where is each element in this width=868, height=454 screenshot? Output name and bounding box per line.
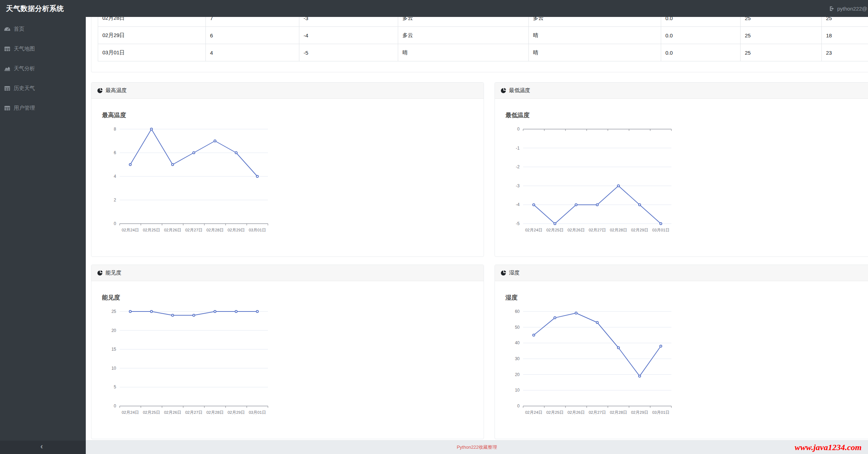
- table-icon: [4, 105, 11, 111]
- tachometer-icon: [4, 26, 11, 32]
- chart-pie-icon: [97, 270, 103, 276]
- sidebar-item-label: 历史天气: [14, 85, 35, 92]
- table-cell: 晴: [398, 44, 529, 61]
- table-cell: 23: [822, 44, 868, 61]
- footer-credit-link[interactable]: Python222收藏整理: [457, 444, 497, 450]
- weather-table-card: 02月28日7-3多云多云0.0252502月29日6-4多云晴0.025180…: [91, 9, 868, 72]
- sidebar-item-history-weather[interactable]: 历史天气: [0, 78, 86, 98]
- svg-text:03月01日: 03月01日: [249, 410, 266, 414]
- svg-text:02月24日: 02月24日: [122, 228, 139, 232]
- chart-pie-icon: [501, 270, 506, 276]
- table-cell: -5: [299, 44, 398, 61]
- panel-header: 最低温度: [495, 83, 868, 99]
- svg-text:02月26日: 02月26日: [568, 410, 585, 414]
- panel-body: 0-1-2-3-4-502月24日02月25日02月26日02月27日02月28…: [495, 99, 868, 256]
- page-footer: Python222收藏整理: [86, 440, 868, 454]
- svg-text:02月24日: 02月24日: [122, 410, 139, 414]
- app-title: 天气数据分析系统: [0, 4, 64, 13]
- svg-text:15: 15: [112, 347, 116, 352]
- table-cell: -4: [299, 27, 398, 44]
- panel-title: 湿度: [509, 270, 520, 276]
- table-cell: 02月29日: [98, 27, 206, 44]
- svg-text:10: 10: [112, 366, 116, 371]
- line-chart-min-temperature: 0-1-2-3-4-502月24日02月25日02月26日02月27日02月28…: [502, 106, 700, 247]
- table-cell: 晴: [529, 27, 661, 44]
- weather-table: 02月28日7-3多云多云0.0252502月29日6-4多云晴0.025180…: [98, 9, 868, 61]
- svg-text:湿度: 湿度: [505, 294, 517, 301]
- table-icon: [4, 85, 11, 92]
- panel-humidity: 湿度 010203040506002月24日02月25日02月26日02月27日…: [495, 265, 868, 439]
- sidebar-item-label: 天气地图: [14, 46, 35, 52]
- panel-min-temperature: 最低温度 0-1-2-3-4-502月24日02月25日02月26日02月27日…: [495, 82, 868, 257]
- line-chart-visibility: 051015202502月24日02月25日02月26日02月27日02月28日…: [98, 288, 296, 429]
- table-cell: 25: [741, 27, 822, 44]
- svg-text:02月28日: 02月28日: [206, 410, 224, 414]
- table-cell: 18: [822, 27, 868, 44]
- line-chart-humidity: 010203040506002月24日02月25日02月26日02月27日02月…: [502, 288, 700, 429]
- sign-out-icon: [829, 6, 835, 12]
- sidebar-item-weather-analysis[interactable]: 天气分析: [0, 59, 86, 78]
- svg-text:-3: -3: [516, 183, 520, 188]
- sidebar-item-user-management[interactable]: 用户管理: [0, 98, 86, 118]
- sidebar-item-home[interactable]: 首页: [0, 19, 86, 39]
- svg-text:-4: -4: [516, 202, 520, 207]
- svg-text:10: 10: [515, 388, 520, 393]
- svg-text:02月28日: 02月28日: [610, 228, 627, 232]
- svg-text:02月24日: 02月24日: [525, 228, 543, 232]
- chart-area-icon: [4, 65, 11, 72]
- panel-max-temperature: 最高温度 0246802月24日02月25日02月26日02月27日02月28日…: [91, 82, 484, 257]
- svg-text:02月26日: 02月26日: [164, 228, 181, 232]
- table-cell: 03月01日: [98, 44, 206, 61]
- charts-row-1: 最高温度 0246802月24日02月25日02月26日02月27日02月28日…: [91, 82, 868, 257]
- svg-text:02月29日: 02月29日: [228, 228, 245, 232]
- svg-text:03月01日: 03月01日: [249, 228, 266, 232]
- svg-text:02月27日: 02月27日: [589, 410, 606, 414]
- panel-title: 能见度: [106, 270, 121, 276]
- svg-text:02月29日: 02月29日: [631, 228, 648, 232]
- svg-text:20: 20: [515, 372, 520, 377]
- line-chart-max-temperature: 0246802月24日02月25日02月26日02月27日02月28日02月29…: [98, 106, 296, 247]
- svg-text:50: 50: [515, 325, 520, 330]
- svg-text:02月26日: 02月26日: [568, 228, 585, 232]
- panel-body: 0246802月24日02月25日02月26日02月27日02月28日02月29…: [91, 99, 484, 256]
- table-cell: 晴: [529, 44, 661, 61]
- table-cell: 多云: [398, 27, 529, 44]
- username-text: python222@: [837, 6, 867, 12]
- logout-link[interactable]: python222@: [829, 0, 867, 17]
- svg-text:0: 0: [517, 404, 520, 408]
- svg-text:02月29日: 02月29日: [228, 410, 245, 414]
- sidebar-collapse-button[interactable]: ‹: [37, 442, 46, 451]
- panel-visibility: 能见度 051015202502月24日02月25日02月26日02月27日02…: [91, 265, 484, 439]
- panel-title: 最低温度: [509, 87, 530, 94]
- svg-text:02月28日: 02月28日: [206, 228, 224, 232]
- svg-text:60: 60: [515, 309, 520, 314]
- svg-text:最高温度: 最高温度: [102, 111, 126, 119]
- svg-text:02月25日: 02月25日: [143, 228, 160, 232]
- svg-text:最低温度: 最低温度: [505, 111, 529, 119]
- svg-text:-5: -5: [516, 221, 520, 226]
- sidebar-item-label: 用户管理: [14, 105, 35, 111]
- svg-text:0: 0: [114, 404, 116, 408]
- svg-text:-1: -1: [516, 146, 520, 151]
- main-content: 02月28日7-3多云多云0.0252502月29日6-4多云晴0.025180…: [86, 0, 868, 441]
- svg-text:02月27日: 02月27日: [185, 410, 203, 414]
- table-cell: 6: [206, 27, 299, 44]
- table-cell: 0.0: [661, 44, 741, 61]
- table-icon: [4, 46, 11, 52]
- svg-text:02月28日: 02月28日: [610, 410, 627, 414]
- table-cell: 4: [206, 44, 299, 61]
- svg-text:2: 2: [114, 198, 116, 202]
- sidebar-footer: ‹: [0, 441, 86, 454]
- svg-text:-2: -2: [516, 164, 520, 169]
- svg-text:03月01日: 03月01日: [652, 410, 670, 414]
- panel-header: 能见度: [91, 265, 484, 281]
- panel-header: 湿度: [495, 265, 868, 281]
- sidebar-item-label: 天气分析: [14, 65, 35, 72]
- charts-row-2: 能见度 051015202502月24日02月25日02月26日02月27日02…: [91, 265, 868, 439]
- svg-text:8: 8: [114, 127, 116, 132]
- svg-text:5: 5: [114, 385, 116, 389]
- panel-body: 010203040506002月24日02月25日02月26日02月27日02月…: [495, 281, 868, 439]
- svg-text:6: 6: [114, 150, 116, 155]
- sidebar-item-weather-map[interactable]: 天气地图: [0, 39, 86, 59]
- table-row: 03月01日4-5晴晴0.02523: [98, 44, 868, 61]
